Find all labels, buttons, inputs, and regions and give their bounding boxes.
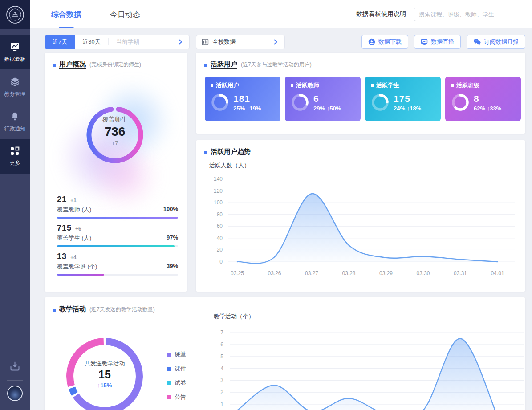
svg-text:03.27: 03.27 bbox=[305, 270, 318, 276]
stat-label: 覆盖教学班 (个) bbox=[57, 263, 97, 271]
sidebar-item-academic[interactable]: 教务管理 bbox=[0, 69, 30, 104]
stat-delta: +6 bbox=[75, 226, 81, 232]
stat-percent: 97% bbox=[167, 234, 178, 242]
scope-expand-button[interactable] bbox=[267, 35, 284, 49]
stat-percent: 100% bbox=[163, 206, 178, 214]
time-expand-button[interactable] bbox=[171, 35, 189, 49]
sidebar-divider bbox=[7, 380, 23, 381]
sidebar-item-more[interactable]: 更多 bbox=[0, 139, 30, 174]
sidebar-item-label: 数据看板 bbox=[4, 56, 26, 63]
svg-text:20: 20 bbox=[217, 247, 223, 253]
sidebar-item-label: 更多 bbox=[10, 159, 20, 167]
kpi-donut bbox=[209, 92, 231, 113]
kpi-delta: ↑33% bbox=[487, 105, 502, 112]
stat-delta: +4 bbox=[70, 254, 77, 260]
kpi-value: 181 bbox=[233, 93, 261, 104]
kpi-bullet bbox=[451, 84, 454, 87]
legend-item-classroom: 课堂 bbox=[167, 350, 186, 358]
sidebar-item-label: 教务管理 bbox=[4, 90, 26, 98]
kpi-label: 活跃学生 bbox=[376, 81, 399, 89]
stat-label: 覆盖教师 (人) bbox=[57, 206, 91, 214]
kpi-donut bbox=[289, 92, 311, 113]
time-option-30d[interactable]: 近30天 bbox=[75, 35, 108, 49]
section-bullet bbox=[204, 151, 207, 154]
kpi-card-active-users[interactable]: 活跃用户 181 25% ↑19% bbox=[205, 77, 280, 121]
kpi-bullet bbox=[291, 84, 293, 87]
sidebar-download-button[interactable] bbox=[0, 356, 30, 376]
kpi-label: 活跃教师 bbox=[296, 81, 319, 89]
sidebar: 数据看板 教务管理 行政通知 更多 bbox=[0, 0, 30, 410]
svg-text:04.01: 04.01 bbox=[491, 270, 504, 276]
svg-text:120: 120 bbox=[214, 188, 223, 194]
svg-text:140: 140 bbox=[214, 176, 223, 182]
school-data-icon bbox=[202, 38, 209, 45]
section-title[interactable]: 教学活动 bbox=[59, 305, 86, 313]
svg-text:5: 5 bbox=[220, 353, 223, 360]
activity-y-axis-title: 教学活动（个） bbox=[214, 313, 254, 321]
coverage-stat-classes: 13 +4 覆盖教学班 (个) 39% bbox=[57, 252, 178, 276]
subscribe-monthly-report-button[interactable]: 订阅数据月报 bbox=[467, 35, 525, 49]
kpi-percent: 24% bbox=[394, 105, 405, 112]
svg-text:0: 0 bbox=[219, 259, 223, 265]
svg-text:6: 6 bbox=[220, 341, 223, 348]
coverage-stat-teachers: 21 +1 覆盖教师 (人) 100% bbox=[57, 195, 178, 219]
kpi-card-active-students[interactable]: 活跃学生 175 24% ↑18% bbox=[365, 77, 441, 121]
sidebar-item-label: 行政通知 bbox=[4, 125, 26, 133]
section-title[interactable]: 活跃用户趋势 bbox=[211, 148, 251, 156]
section-title[interactable]: 活跃用户 bbox=[211, 60, 237, 69]
legend-label: 课堂 bbox=[175, 350, 186, 358]
section-subtitle: (近7天发送的教学活动数量) bbox=[89, 306, 155, 313]
kpi-donut bbox=[370, 92, 391, 113]
sidebar-item-notice[interactable]: 行政通知 bbox=[0, 104, 30, 139]
data-download-button[interactable]: 数据下载 bbox=[361, 35, 408, 49]
tab-comprehensive-data[interactable]: 综合数据 bbox=[51, 0, 81, 28]
kpi-donut bbox=[450, 92, 471, 113]
tab-today-updates[interactable]: 今日动态 bbox=[110, 0, 140, 28]
dashboard-help-link[interactable]: 数据看板使用说明 bbox=[356, 0, 406, 28]
stat-value: 715 bbox=[57, 223, 72, 233]
tab-active-underline bbox=[59, 27, 74, 28]
data-live-button[interactable]: 数据直播 bbox=[414, 35, 461, 49]
section-bullet bbox=[204, 64, 207, 67]
kpi-card-active-classes[interactable]: 活跃班级 8 62% ↑33% bbox=[445, 77, 521, 121]
top-header: 综合数据 今日动态 数据看板使用说明 bbox=[30, 0, 532, 28]
donut-center-text: 共发送教学活动 15 ↑15% bbox=[69, 360, 140, 389]
action-label: 订阅数据月报 bbox=[484, 38, 519, 46]
time-option-7d[interactable]: 近7天 bbox=[45, 35, 75, 49]
legend-label: 试卷 bbox=[175, 379, 186, 387]
kpi-value: 6 bbox=[313, 93, 341, 104]
search-input[interactable] bbox=[414, 11, 532, 18]
donut-total: 15 bbox=[69, 368, 140, 381]
layers-icon bbox=[9, 76, 20, 87]
kpi-percent: 25% bbox=[233, 105, 245, 112]
legend-item-courseware: 课件 bbox=[167, 365, 186, 373]
stat-value: 13 bbox=[57, 252, 67, 261]
svg-text:1: 1 bbox=[220, 401, 223, 407]
gauge-center-text: 覆盖师生 736 +7 bbox=[79, 116, 150, 146]
kpi-percent: 29% bbox=[313, 105, 325, 112]
svg-text:80: 80 bbox=[217, 211, 223, 218]
section-subtitle: (近7天参与过教学活动的用户) bbox=[241, 61, 312, 69]
legend-item-exam: 试卷 bbox=[167, 379, 186, 387]
gauge-label: 覆盖师生 bbox=[79, 116, 150, 124]
sidebar-item-dashboard[interactable]: 数据看板 bbox=[0, 35, 30, 69]
stat-percent: 39% bbox=[167, 263, 178, 271]
user-avatar[interactable] bbox=[7, 386, 23, 401]
time-option-semester[interactable]: 当前学期 bbox=[109, 35, 147, 49]
svg-text:7: 7 bbox=[220, 329, 223, 336]
search-box bbox=[414, 8, 532, 21]
kpi-delta: ↑19% bbox=[247, 105, 261, 112]
download-circle-icon bbox=[368, 38, 375, 45]
section-subtitle: (完成身份绑定的师生) bbox=[89, 61, 141, 69]
stat-progressbar bbox=[57, 217, 178, 219]
legend-swatch bbox=[167, 367, 171, 371]
svg-text:40: 40 bbox=[217, 235, 223, 241]
svg-text:4: 4 bbox=[220, 365, 223, 372]
active-users-trend-chart: 02040608010012014003.2503.2603.2703.2803… bbox=[205, 171, 516, 283]
section-title[interactable]: 用户概况 bbox=[59, 60, 86, 69]
kpi-card-active-teachers[interactable]: 活跃教师 6 29% ↑50% bbox=[285, 77, 361, 121]
kpi-label: 活跃用户 bbox=[216, 81, 239, 89]
kpi-delta: ↑50% bbox=[327, 105, 341, 112]
data-scope-selector[interactable]: 全校数据 bbox=[196, 35, 285, 49]
svg-text:03.28: 03.28 bbox=[342, 270, 355, 276]
